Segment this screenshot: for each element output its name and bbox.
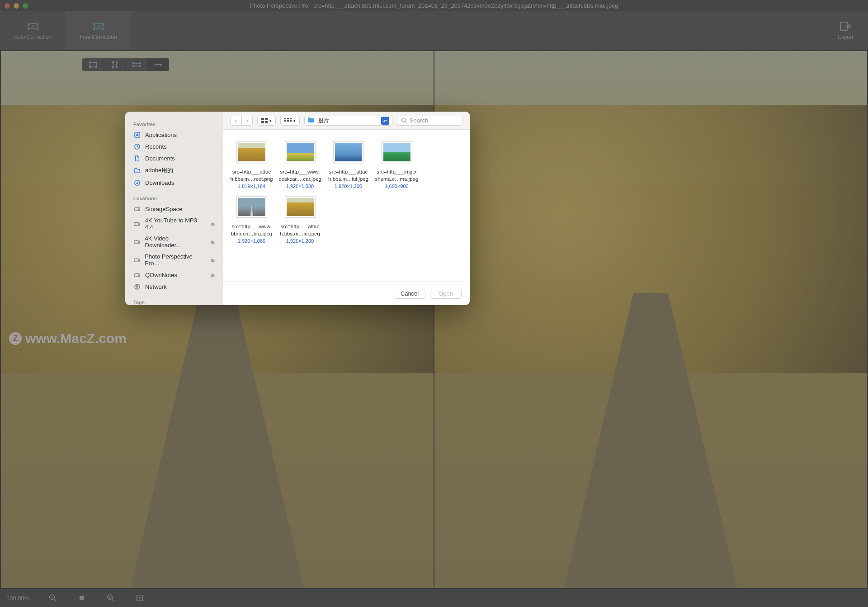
current-folder-name: 图片 — [317, 117, 378, 125]
folder-path-selector[interactable]: 图片 ▴▾ — [304, 116, 392, 126]
file-thumbnail — [285, 141, 316, 163]
sidebar-item-label: Network — [145, 283, 167, 290]
sidebar-favorite-item[interactable]: Recents — [125, 141, 223, 152]
file-dimensions: 1,920×1,200 — [335, 184, 362, 189]
sidebar-item-label: Recents — [145, 143, 167, 150]
file-name: src=http___www.deskcar.…car.jpeg — [278, 169, 322, 183]
file-name: src=http___img.xshuma.c…ma.jpeg — [374, 169, 420, 183]
file-item[interactable]: src=http___www.deskcar.…car.jpeg 1,920×1… — [276, 141, 324, 189]
file-thumbnail — [382, 141, 412, 163]
sidebar-favorite-item[interactable]: Documents — [125, 152, 223, 164]
sidebar-location-item[interactable]: StorageSpace — [125, 203, 223, 215]
file-thumbnail — [236, 141, 267, 163]
file-item[interactable]: src=http___attach.bbs.m…rect.png 1,819×1… — [227, 141, 276, 189]
sidebar-item-label: QOwnNotes — [145, 272, 177, 278]
file-dimensions: 1,819×1,184 — [238, 184, 265, 189]
group-icon — [284, 118, 292, 123]
svg-rect-44 — [265, 118, 268, 120]
sidebar-item-label: Documents — [145, 155, 175, 162]
app-icon — [133, 131, 141, 138]
svg-rect-43 — [261, 118, 264, 120]
svg-rect-52 — [290, 120, 292, 122]
file-item[interactable]: src=http___www.bbra.cn…bra.jpeg 1,920×1,… — [227, 196, 276, 244]
svg-point-53 — [401, 118, 405, 122]
file-grid[interactable]: src=http___attach.bbs.m…rect.png 1,819×1… — [223, 130, 470, 282]
sidebar-favorite-item[interactable]: Applications — [125, 129, 223, 141]
view-mode-icon-button[interactable]: ▾ — [257, 116, 276, 126]
file-thumbnail — [285, 196, 316, 218]
nav-back-button[interactable]: ‹ — [231, 116, 241, 125]
svg-rect-50 — [284, 120, 286, 122]
svg-point-37 — [138, 242, 139, 243]
locations-section-label: Locations — [125, 194, 223, 203]
svg-point-41 — [138, 275, 139, 276]
cancel-button[interactable]: Cancel — [394, 289, 425, 299]
sidebar-location-item[interactable]: 4K YouTube to MP3 4.4⏏ — [125, 215, 223, 233]
sidebar-item-label: StorageSpace — [145, 206, 182, 212]
file-open-dialog: Favorites ApplicationsRecentsDocumentsad… — [125, 112, 470, 305]
group-by-button[interactable]: ▾ — [280, 116, 300, 126]
icon-view-icon — [261, 118, 268, 123]
file-thumbnail — [333, 141, 364, 163]
svg-point-35 — [138, 224, 139, 225]
svg-rect-45 — [261, 121, 264, 123]
eject-icon[interactable]: ⏏ — [210, 221, 215, 227]
file-thumbnail — [236, 196, 267, 218]
svg-rect-51 — [287, 120, 289, 122]
doc-icon — [133, 155, 141, 162]
chevron-down-icon: ▾ — [269, 118, 272, 123]
dialog-toolbar: ‹ › ▾ ▾ 图片 ▴▾ Search — [223, 112, 470, 130]
file-name: src=http___www.bbra.cn…bra.jpeg — [230, 223, 273, 237]
sidebar-item-label: Applications — [145, 132, 177, 138]
file-item[interactable]: src=http___attach.bbs.m…iui.jpeg 1,920×1… — [324, 141, 373, 189]
file-dimensions: 1,920×1,200 — [286, 238, 314, 244]
disk-icon — [133, 256, 140, 264]
file-name: src=http___attach.bbs.m…iui.jpeg — [279, 223, 321, 237]
sidebar-location-item[interactable]: QOwnNotes⏏ — [125, 269, 223, 281]
svg-rect-46 — [265, 121, 268, 123]
favorites-section-label: Favorites — [125, 120, 223, 129]
eject-icon[interactable]: ⏏ — [210, 239, 215, 245]
path-dropdown-arrows-icon: ▴▾ — [381, 117, 389, 125]
folder-icon — [307, 117, 315, 125]
svg-point-39 — [138, 260, 139, 261]
sidebar-item-label: Downloads — [145, 179, 174, 186]
dialog-main: ‹ › ▾ ▾ 图片 ▴▾ Search — [223, 112, 470, 305]
file-item[interactable]: src=http___img.xshuma.c…ma.jpeg 1,600×90… — [373, 141, 421, 189]
file-dimensions: 1,920×1,080 — [238, 238, 265, 244]
sidebar-item-label: adobe用的 — [145, 166, 173, 174]
disk-icon — [133, 205, 141, 212]
sidebar-location-item[interactable]: 4K Video Downloader…⏏ — [125, 233, 223, 251]
dialog-footer: Cancel Open — [223, 282, 470, 305]
svg-rect-48 — [287, 118, 289, 119]
sidebar-item-label: Photo Perspective Pro… — [145, 253, 206, 267]
disk-icon — [133, 238, 141, 245]
file-item[interactable]: src=http___attach.bbs.m…iui.jpeg 1,920×1… — [276, 196, 324, 244]
svg-rect-47 — [284, 118, 286, 119]
disk-icon — [133, 271, 141, 278]
search-placeholder: Search — [410, 117, 428, 124]
file-dimensions: 1,600×900 — [385, 184, 408, 189]
clock-icon — [133, 143, 141, 150]
sidebar-location-item[interactable]: Photo Perspective Pro…⏏ — [125, 251, 223, 269]
globe-icon — [133, 283, 141, 290]
chevron-down-icon: ▾ — [293, 118, 296, 123]
nav-forward-button[interactable]: › — [241, 116, 252, 125]
sidebar-favorite-item[interactable]: Downloads — [125, 177, 223, 188]
sidebar-location-item[interactable]: Network — [125, 281, 223, 292]
tags-section-label: Tags — [125, 298, 223, 305]
folder-icon — [133, 167, 141, 174]
nav-back-forward: ‹ › — [230, 116, 253, 126]
sidebar-favorite-item[interactable]: adobe用的 — [125, 164, 223, 177]
disk-icon — [133, 220, 141, 227]
sidebar-item-label: 4K Video Downloader… — [145, 235, 206, 249]
file-dimensions: 1,920×1,080 — [286, 184, 314, 189]
file-name: src=http___attach.bbs.m…iui.jpeg — [327, 169, 369, 183]
svg-point-33 — [138, 209, 139, 210]
search-input[interactable]: Search — [397, 116, 462, 126]
file-name: src=http___attach.bbs.m…rect.png — [230, 169, 274, 183]
open-button[interactable]: Open — [430, 289, 462, 299]
eject-icon[interactable]: ⏏ — [210, 257, 215, 263]
eject-icon[interactable]: ⏏ — [210, 272, 215, 278]
svg-rect-49 — [290, 118, 292, 119]
